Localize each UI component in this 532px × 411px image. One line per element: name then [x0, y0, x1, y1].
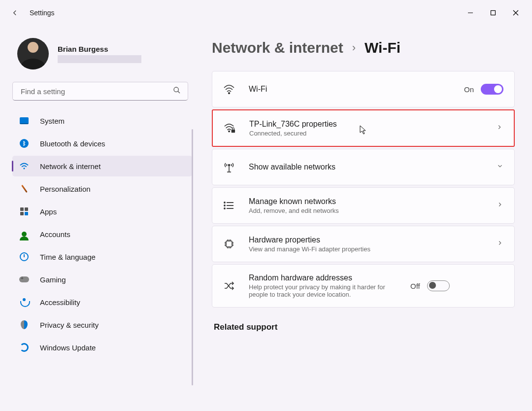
avatar — [17, 38, 49, 69]
card-subtitle: View and manage Wi-Fi adapter properties — [249, 245, 483, 253]
main-pane: Network & internet › Wi-Fi Wi-Fi On — [195, 26, 532, 411]
sidebar: Brian Burgess System ᛒ Bluetooth & devic… — [0, 26, 195, 411]
card-random-hardware: Random hardware addresses Help protect y… — [212, 264, 515, 308]
sidebar-item-label: Windows Update — [40, 343, 96, 352]
svg-point-4 — [174, 87, 178, 92]
clock-icon — [19, 252, 29, 262]
chevron-right-icon — [497, 201, 503, 210]
sidebar-item-accessibility[interactable]: Accessibility — [12, 292, 192, 312]
sidebar-item-gaming[interactable]: Gaming — [12, 269, 192, 290]
card-available-networks[interactable]: Show available networks — [212, 149, 515, 185]
svg-rect-9 — [232, 130, 235, 133]
sidebar-item-label: Bluetooth & devices — [40, 139, 105, 148]
sidebar-item-label: Personalization — [40, 185, 91, 193]
card-hardware-properties[interactable]: Hardware properties View and manage Wi-F… — [212, 226, 515, 262]
sidebar-item-label: Time & language — [40, 253, 96, 261]
sidebar-item-label: System — [40, 117, 65, 125]
search-icon — [173, 86, 181, 96]
card-subtitle: Connected, secured — [249, 130, 482, 137]
card-title: TP-Link_736C properties — [249, 120, 482, 129]
svg-point-15 — [224, 205, 225, 206]
shuffle-icon — [223, 281, 235, 291]
card-title: Manage known networks — [249, 197, 483, 206]
sidebar-item-bluetooth[interactable]: ᛒ Bluetooth & devices — [12, 133, 192, 154]
back-button[interactable] — [5, 3, 25, 23]
card-title: Hardware properties — [249, 236, 483, 244]
svg-rect-19 — [226, 241, 232, 247]
svg-line-5 — [178, 91, 180, 93]
nav-list: System ᛒ Bluetooth & devices Network & i… — [12, 110, 192, 358]
sidebar-item-privacy[interactable]: Privacy & security — [12, 314, 192, 335]
svg-rect-1 — [491, 11, 496, 15]
brush-icon — [19, 184, 29, 194]
svg-point-6 — [23, 168, 25, 169]
search-box[interactable] — [12, 82, 188, 101]
wifi-icon — [19, 161, 29, 171]
profile-name: Brian Burgess — [58, 45, 141, 53]
chevron-right-icon — [497, 240, 503, 248]
sidebar-item-time[interactable]: Time & language — [12, 246, 192, 267]
wifi-lock-icon — [224, 123, 235, 134]
breadcrumb: Network & internet › Wi-Fi — [212, 39, 515, 56]
wifi-icon — [223, 84, 235, 94]
chevron-right-icon: › — [352, 41, 356, 54]
scrollbar[interactable] — [192, 129, 193, 385]
wifi-toggle[interactable] — [481, 84, 503, 95]
sidebar-item-label: Accounts — [40, 230, 70, 239]
accessibility-icon — [19, 297, 29, 307]
card-known-networks[interactable]: Manage known networks Add, remove, and e… — [212, 187, 515, 224]
sidebar-item-label: Gaming — [40, 275, 66, 284]
display-icon — [19, 116, 29, 126]
sidebar-item-update[interactable]: Windows Update — [12, 337, 192, 358]
shield-icon — [19, 320, 29, 330]
sidebar-item-accounts[interactable]: Accounts — [12, 224, 192, 244]
svg-point-13 — [224, 202, 225, 203]
card-wifi-toggle: Wi-Fi On — [212, 71, 515, 107]
close-button[interactable] — [504, 5, 527, 21]
sidebar-item-network[interactable]: Network & internet — [12, 156, 192, 176]
sidebar-item-system[interactable]: System — [12, 110, 192, 131]
card-title: Show available networks — [249, 163, 483, 171]
window-controls — [459, 5, 527, 21]
svg-point-7 — [229, 93, 230, 94]
list-icon — [223, 201, 235, 210]
person-icon — [19, 229, 29, 239]
sidebar-item-label: Network & internet — [40, 162, 100, 171]
update-icon — [19, 342, 29, 352]
gamepad-icon — [19, 274, 29, 284]
sidebar-item-label: Accessibility — [40, 298, 80, 307]
title-bar: Settings — [0, 0, 532, 26]
svg-point-17 — [224, 208, 225, 209]
sidebar-item-label: Apps — [40, 207, 57, 216]
minimize-button[interactable] — [459, 5, 482, 21]
profile-block[interactable]: Brian Burgess — [17, 38, 192, 69]
card-network-properties[interactable]: TP-Link_736C properties Connected, secur… — [212, 109, 515, 147]
random-mac-toggle[interactable] — [427, 280, 450, 291]
profile-email-redacted — [58, 55, 141, 63]
chevron-down-icon — [497, 163, 503, 171]
breadcrumb-current: Wi-Fi — [365, 39, 400, 56]
card-title: Random hardware addresses — [249, 274, 397, 282]
card-subtitle: Help protect your privacy by making it h… — [249, 283, 397, 298]
chevron-right-icon — [496, 124, 503, 133]
maximize-button[interactable] — [482, 5, 504, 21]
search-input[interactable] — [20, 87, 173, 96]
window-title: Settings — [30, 9, 55, 17]
toggle-label: On — [464, 85, 474, 94]
related-support-heading: Related support — [214, 322, 515, 332]
chip-icon — [223, 239, 235, 249]
toggle-label: Off — [410, 282, 420, 290]
bluetooth-icon: ᛒ — [19, 138, 29, 148]
sidebar-item-personalization[interactable]: Personalization — [12, 178, 192, 199]
svg-point-8 — [229, 131, 230, 132]
sidebar-item-label: Privacy & security — [40, 321, 99, 329]
antenna-icon — [223, 161, 235, 173]
card-title: Wi-Fi — [249, 85, 450, 94]
card-subtitle: Add, remove, and edit networks — [249, 207, 483, 214]
breadcrumb-parent[interactable]: Network & internet — [212, 39, 343, 56]
apps-icon — [19, 206, 29, 216]
sidebar-item-apps[interactable]: Apps — [12, 201, 192, 222]
